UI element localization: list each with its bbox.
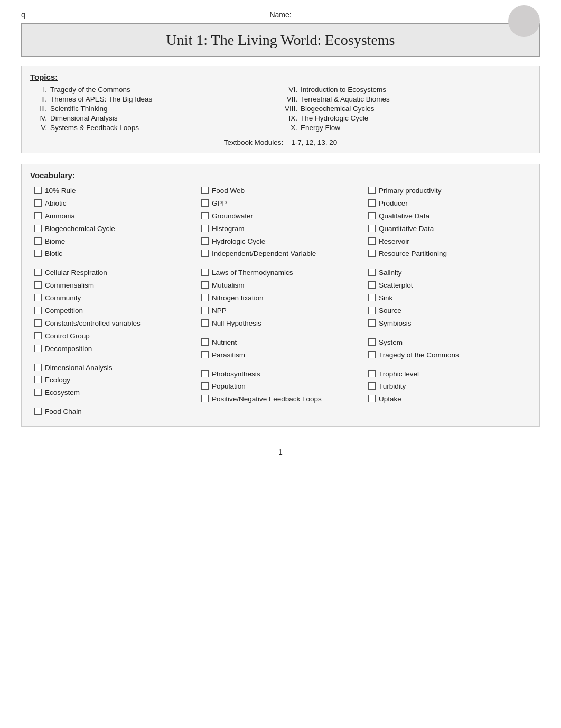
vocab-item: Nutrient [201,338,360,348]
checkbox[interactable] [34,408,42,415]
checkbox[interactable] [201,319,209,327]
checkbox[interactable] [34,281,42,289]
checkbox[interactable] [201,237,209,245]
vocab-term: Biome [45,237,65,247]
vocab-item: Food Chain [34,407,193,417]
checkbox[interactable] [34,294,42,301]
vocab-item: Null Hypothesis [201,319,360,329]
checkbox[interactable] [34,269,42,276]
checkbox[interactable] [368,269,376,276]
vocab-grid: 10% RuleAbioticAmmoniaBiogeochemical Cyc… [30,186,531,420]
checkbox[interactable] [201,307,209,314]
checkbox[interactable] [201,250,209,257]
vocab-term: Groundwater [212,211,253,222]
vocab-term: Turbidity [379,382,406,392]
checkbox[interactable] [34,389,42,396]
checkbox[interactable] [368,199,376,207]
checkbox[interactable] [34,199,42,207]
checkbox[interactable] [368,395,376,402]
vocab-item: Hydrologic Cycle [201,237,360,247]
vocab-item: Commensalism [34,281,193,291]
top-left-label: q [21,11,25,19]
vocab-term: Food Chain [45,407,82,417]
vocab-term: Salinity [379,268,402,278]
checkbox[interactable] [201,395,209,402]
checkbox[interactable] [201,187,209,194]
checkbox[interactable] [34,376,42,383]
checkbox[interactable] [34,345,42,352]
checkbox[interactable] [201,269,209,276]
checkbox[interactable] [368,250,376,257]
checkbox[interactable] [34,364,42,371]
top-bar: q Name: [21,11,540,19]
topic-item: III.Scientific Thinking [30,105,280,113]
checkbox[interactable] [201,199,209,207]
checkbox[interactable] [368,382,376,390]
checkbox[interactable] [368,225,376,232]
checkbox[interactable] [368,212,376,219]
vocab-term: Ecology [45,375,70,385]
vocab-item: Reservoir [368,237,527,247]
checkbox[interactable] [201,351,209,358]
vocab-term: Cellular Respiration [45,268,107,278]
vocab-term: Dimensional Analysis [45,363,113,373]
vocab-term: Symbiosis [379,319,412,329]
vocab-term: Laws of Thermodynamics [212,268,293,278]
vocab-term: Abiotic [45,199,67,209]
title-box: Unit 1: The Living World: Ecosystems [21,23,540,57]
name-label: Name: [269,11,291,19]
vocab-item: Tragedy of the Commons [368,351,527,361]
vocab-term: Trophic level [379,370,419,380]
vocab-gap [34,401,193,407]
vocab-term: Uptake [379,394,401,404]
vocab-gap [34,357,193,363]
vocab-term: Community [45,293,81,303]
checkbox[interactable] [201,382,209,390]
vocab-item: Dimensional Analysis [34,363,193,373]
textbook-label: Textbook Modules: [224,139,284,146]
vocab-item: Resource Partitioning [368,249,527,259]
checkbox[interactable] [34,332,42,339]
checkbox[interactable] [34,250,42,257]
checkbox[interactable] [368,338,376,346]
checkbox[interactable] [368,294,376,301]
checkbox[interactable] [34,225,42,232]
checkbox[interactable] [201,225,209,232]
vocab-item: Community [34,293,193,303]
checkbox[interactable] [34,212,42,219]
topic-item: II.Themes of APES: The Big Ideas [30,95,280,103]
checkbox[interactable] [201,294,209,301]
topic-item: V.Systems & Feedback Loops [30,124,280,132]
checkbox[interactable] [368,319,376,327]
checkbox[interactable] [201,370,209,377]
vocab-item: 10% Rule [34,186,193,196]
checkbox[interactable] [34,319,42,327]
checkbox[interactable] [201,338,209,346]
vocab-item: Parasitism [201,351,360,361]
checkbox[interactable] [368,281,376,289]
vocab-term: Independent/Dependent Variable [212,249,316,259]
vocab-gap [201,331,360,338]
vocab-item: GPP [201,199,360,209]
checkbox[interactable] [368,237,376,245]
vocab-term: Hydrologic Cycle [212,237,265,247]
checkbox[interactable] [368,370,376,377]
vocab-term: Source [379,306,401,316]
vocab-col-3: Primary productivityProducerQualitative … [364,186,531,420]
checkbox[interactable] [34,187,42,194]
vocab-item: Abiotic [34,199,193,209]
checkbox[interactable] [368,307,376,314]
vocab-item: Qualitative Data [368,211,527,222]
topics-columns: I.Tragedy of the CommonsII.Themes of APE… [30,86,531,133]
vocab-term: Histogram [212,224,245,234]
topic-item: X.Energy Flow [280,124,531,132]
vocab-gap [368,363,527,370]
checkbox[interactable] [34,307,42,314]
checkbox[interactable] [368,187,376,194]
checkbox[interactable] [368,351,376,358]
checkbox[interactable] [34,237,42,245]
checkbox[interactable] [201,212,209,219]
vocabulary-label: Vocabulary: [30,171,531,180]
checkbox[interactable] [201,281,209,289]
vocab-item: Uptake [368,394,527,404]
